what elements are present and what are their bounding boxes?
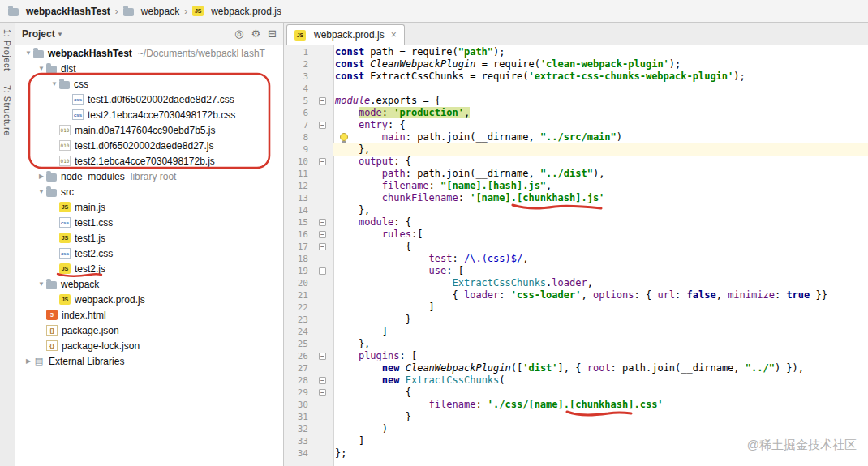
breadcrumb-item[interactable]: JSwebpack.prod.js <box>192 6 281 17</box>
code-line-content[interactable]: module: { <box>333 216 868 229</box>
close-icon[interactable]: × <box>391 29 397 41</box>
chevron-right-icon[interactable]: ▶ <box>24 357 33 365</box>
fold-marker-icon[interactable]: − <box>319 243 326 250</box>
js-file-icon: JS <box>59 233 71 243</box>
settings-icon[interactable]: ⚙ <box>251 28 260 40</box>
code-line-content[interactable]: }, <box>333 143 868 156</box>
chevron-down-icon[interactable]: ▼ <box>37 188 46 195</box>
code-line-content[interactable]: test: /\.(css)$/, <box>333 253 868 265</box>
tree-row[interactable]: ▶node_moduleslibrary root <box>15 169 283 184</box>
code-line-content[interactable]: ) <box>333 423 868 435</box>
code-line-content[interactable]: new CleanWebpackPlugin(['dist'], { root:… <box>333 362 868 374</box>
tree-row[interactable]: 5index.html <box>15 307 283 323</box>
tree-row[interactable]: ▼webpackHashTest~/Documents/webpackHashT <box>15 45 283 61</box>
tree-row[interactable]: 010test2.1ebca4cce7030498172b.js <box>15 153 283 169</box>
locate-icon[interactable]: ◎ <box>234 28 243 40</box>
code-line-content[interactable]: { loader: 'css-loader', options: { url: … <box>333 289 868 301</box>
fold-marker-icon[interactable]: − <box>319 231 326 238</box>
tree-row[interactable]: csstest1.css <box>15 215 283 230</box>
tree-row[interactable]: {}package.json <box>15 323 283 338</box>
code-line-content[interactable]: mode: 'production', <box>333 107 868 119</box>
chevron-right-icon[interactable]: ▶ <box>37 173 46 180</box>
fold-marker-icon[interactable]: − <box>319 353 326 360</box>
tree-row[interactable]: 010main.d0a7147604cc90ebd7b5.js <box>15 122 283 138</box>
tab-webpack-prod-js[interactable]: JS webpack.prod.js × <box>286 24 405 45</box>
chevron-down-icon[interactable]: ▼ <box>24 49 33 57</box>
line-number: 2 <box>284 58 312 71</box>
tree-row[interactable]: ▼css <box>15 76 283 92</box>
tree-row[interactable]: JStest2.js <box>15 261 283 276</box>
project-toolbar-title[interactable]: Project <box>22 28 55 40</box>
code-line-content[interactable]: rules:[ <box>333 229 868 241</box>
fold-marker-icon[interactable]: − <box>319 97 326 105</box>
code-line-content[interactable]: new ExtractCssChunks( <box>333 374 868 387</box>
code-line: 32 ) <box>284 423 868 435</box>
tree-row[interactable]: csstest1.d0f65020002daede8d27.css <box>15 92 283 107</box>
line-number: 23 <box>284 314 312 326</box>
tree-row[interactable]: 010test1.d0f65020002daede8d27.js <box>15 138 283 153</box>
code-line-content[interactable]: }, <box>333 204 868 216</box>
project-toolbar: Project ▾ ◎⚙⊟ <box>15 23 283 45</box>
line-number: 19 <box>284 265 312 277</box>
fold-column <box>312 192 333 204</box>
code-line-content[interactable]: }, <box>333 338 868 350</box>
code-line-content[interactable]: const path = require("path"); <box>333 46 868 58</box>
fold-column <box>312 314 333 326</box>
breadcrumb-item[interactable]: webpackHashTest <box>8 6 110 17</box>
code-token <box>335 277 453 289</box>
code-line-content[interactable]: entry: { <box>333 119 868 131</box>
tree-row[interactable]: ▶▤External Libraries <box>15 353 283 369</box>
fold-marker-icon[interactable]: − <box>319 267 326 275</box>
code-line-content[interactable]: module.exports = { <box>333 95 868 107</box>
tree-row[interactable]: ▼webpack <box>15 276 283 292</box>
code-line-content[interactable]: filename: "[name].[hash].js", <box>333 180 868 192</box>
tree-row[interactable]: ▼src <box>15 184 283 199</box>
tree-row[interactable]: csstest2.css <box>15 246 283 261</box>
fold-marker-icon[interactable]: − <box>319 158 326 165</box>
fold-marker-icon[interactable]: − <box>319 389 326 396</box>
code-line-content[interactable]: output: { <box>333 156 868 168</box>
chevron-down-icon[interactable]: ▼ <box>49 80 59 88</box>
chevron-down-icon[interactable]: ▾ <box>58 30 62 38</box>
code-token: . <box>370 95 376 106</box>
code-line-content[interactable]: { <box>333 387 868 399</box>
tree-row[interactable]: JStest1.js <box>15 230 283 246</box>
tree-row-label: webpack <box>61 279 99 290</box>
code-line-content[interactable]: ] <box>333 301 868 314</box>
tool-window-button[interactable]: 7: Structure <box>2 85 12 136</box>
code-line-content[interactable]: plugins: [ <box>333 350 868 362</box>
fold-marker-icon[interactable]: − <box>319 219 326 226</box>
code-line-content[interactable]: path: path.join(__dirname, "../dist"), <box>333 168 868 180</box>
code-line-content[interactable]: } <box>333 314 868 326</box>
code-line-content[interactable]: filename: './css/[name].[chunkhash].css' <box>333 399 868 411</box>
breadcrumb-label: webpack.prod.js <box>211 6 281 17</box>
code-line-content[interactable]: } <box>333 411 868 423</box>
hide-panel-icon[interactable]: ⊟ <box>268 28 277 40</box>
tree-row[interactable]: JSmain.js <box>15 199 283 215</box>
code-line: 15− module: { <box>284 216 868 229</box>
breadcrumb-item[interactable]: webpack <box>123 6 179 17</box>
code-token: path = require( <box>364 46 458 58</box>
tree-row[interactable]: csstest2.1ebca4cce7030498172b.css <box>15 107 283 122</box>
code-line-content[interactable]: const ExtractCssChunks = require('extrac… <box>333 71 868 83</box>
folder-icon <box>46 281 57 289</box>
chevron-down-icon[interactable]: ▼ <box>37 65 46 72</box>
code-line-content[interactable] <box>333 83 868 95</box>
tree-row[interactable]: {}package-lock.json <box>15 338 283 353</box>
fold-marker-icon[interactable]: − <box>319 377 326 384</box>
code-line-content[interactable]: main: path.join(__dirname, "../src/main"… <box>333 131 868 143</box>
code-line-content[interactable]: use: [ <box>333 265 868 277</box>
chevron-down-icon[interactable]: ▼ <box>37 280 46 288</box>
code-line-content[interactable]: const CleanWebpackPlugin = require('clea… <box>333 58 868 71</box>
code-line-content[interactable]: { <box>333 241 868 253</box>
tree-row[interactable]: JSwebpack.prod.js <box>15 292 283 307</box>
code-line-content[interactable]: chunkFilename: '[name].[chunkhash].js' <box>333 192 868 204</box>
code-line-content[interactable]: ExtractCssChunks.loader, <box>333 277 868 289</box>
code-line-content[interactable]: ] <box>333 326 868 338</box>
fold-marker-icon[interactable]: − <box>319 122 326 129</box>
tool-window-button[interactable]: 1: Project <box>2 29 12 71</box>
code-editor[interactable]: 1const path = require("path");2const Cle… <box>284 45 868 466</box>
extlib-file-icon: ▤ <box>33 356 45 366</box>
tree-row[interactable]: ▼dist <box>15 61 283 76</box>
intention-bulb-icon[interactable] <box>340 133 348 141</box>
